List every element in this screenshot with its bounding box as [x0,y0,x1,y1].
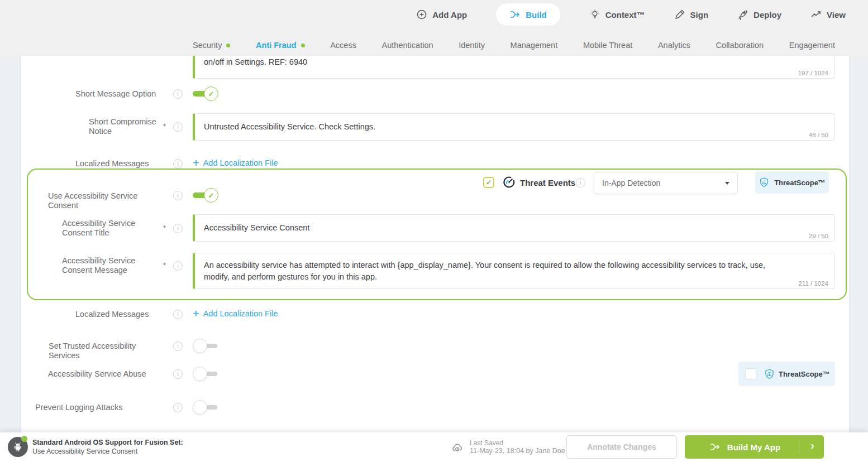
consent-title-label: Accessibility Service Consent Title [62,219,137,238]
trend-chart-icon [810,9,822,20]
top-navigation-bar: Add App Build Context™ Sign Deploy View [0,0,868,56]
use-consent-toggle[interactable]: ✓ [193,188,218,203]
tab-label: Anti Fraud [256,41,297,50]
service-abuse-toggle[interactable] [193,367,218,381]
tab-collaboration[interactable]: Collaboration [716,41,764,50]
info-glyph: i [177,91,178,97]
info-icon[interactable]: i [173,191,183,200]
field-value: Accessibility Service Consent [204,215,309,241]
info-icon[interactable]: i [173,369,183,379]
nav-build[interactable]: Build [496,3,560,26]
short-message-option-label: Short Message Option [75,89,173,99]
info-glyph: i [177,225,178,232]
info-icon[interactable]: i [173,159,183,169]
threat-events-gauge-icon [503,176,516,189]
nav-context[interactable]: Context™ [589,9,645,20]
info-icon[interactable]: i [173,310,183,319]
tab-analytics[interactable]: Analytics [658,41,690,50]
prevent-logging-toggle[interactable] [193,400,218,415]
tab-authentication[interactable]: Authentication [382,41,433,50]
category-tabs: Security Anti Fraud Access Authenticatio… [193,37,835,54]
cloud-save-history-icon [451,442,464,454]
toggle-bar [206,372,217,376]
toggle-knob [193,339,207,353]
green-status-dot [301,44,305,47]
prevent-logging-label: Prevent Logging Attacks [35,403,155,412]
threat-events-checkbox[interactable]: ✓ [483,177,494,188]
consent-title-input[interactable]: Accessibility Service Consent 29 / 50 [193,214,834,242]
tab-mobile-threat[interactable]: Mobile Threat [583,41,632,50]
green-status-dot [226,44,230,47]
last-saved-label: Last Saved [470,439,503,447]
primary-nav: Add App Build Context™ Sign Deploy View [416,0,846,29]
tab-identity[interactable]: Identity [459,41,485,50]
button-label: Build My App [727,442,780,452]
tab-anti-fraud[interactable]: Anti Fraud [256,41,305,50]
field-value: on/off in Settings. REF: 6940 [204,57,307,66]
chevron-down-icon [725,182,729,185]
tab-security[interactable]: Security [193,41,230,50]
info-glyph: i [177,311,178,317]
build-my-app-button[interactable]: Build My App › [685,435,824,459]
char-counter: 48 / 50 [809,132,828,138]
add-localization-file-link[interactable]: + Add Localization File [193,309,278,319]
nav-view[interactable]: View [810,9,846,20]
short-compromise-notice-label: Short Compromise Notice [89,117,159,136]
threatscope-checkbox[interactable] [745,368,756,379]
nav-add-app[interactable]: Add App [416,9,467,20]
info-icon[interactable]: i [576,178,585,187]
rocket-icon [737,9,748,20]
annotate-changes-button[interactable]: Annotate Changes [566,435,677,459]
tab-label: Mobile Threat [583,41,632,50]
info-glyph: i [580,180,581,186]
tab-access[interactable]: Access [330,41,356,50]
info-icon[interactable]: i [173,261,183,271]
toggle-check-icon: ✓ [204,188,218,203]
consent-message-textarea[interactable]: An accessibility service has attempted t… [193,253,834,289]
required-marker: * [163,224,166,232]
threatscope-button[interactable]: ThreatScope™ [755,171,829,194]
threat-events-mode-dropdown[interactable]: In-App Detection [594,172,738,194]
nav-sign[interactable]: Sign [674,9,709,20]
tab-label: Analytics [658,41,690,50]
short-message-option-toggle[interactable]: ✓ [193,86,218,101]
plus-icon: + [193,309,199,319]
char-counter: 29 / 50 [809,233,828,239]
nav-label: View [827,10,846,20]
build-merge-icon [509,9,521,20]
button-label: Annotate Changes [587,442,656,451]
toggle-knob [193,367,207,381]
appdome-build-screen: Add App Build Context™ Sign Deploy View [0,0,868,462]
info-icon[interactable]: i [173,403,183,412]
plus-icon: + [193,158,199,168]
info-icon[interactable]: i [173,224,183,233]
toggle-bar [206,405,217,410]
tab-management[interactable]: Management [511,41,558,50]
consent-message-label: Accessibility Service Consent Message [62,256,137,275]
nav-deploy[interactable]: Deploy [737,9,781,20]
add-localization-file-link[interactable]: + Add Localization File [193,158,278,168]
tab-engagement[interactable]: Engagement [789,41,835,50]
last-saved-value: 11-May-23, 18:04 by Jane Doe [470,447,565,455]
tab-label: Management [511,41,558,50]
info-icon[interactable]: i [173,122,183,132]
chevron-right-icon[interactable]: › [810,439,814,452]
info-glyph: i [177,124,178,130]
pen-icon [674,9,685,20]
set-trusted-services-toggle[interactable] [193,339,218,353]
tab-label: Authentication [382,41,433,50]
info-icon[interactable]: i [173,341,183,351]
tab-label: Access [330,41,356,50]
compromise-notice-message-field[interactable]: on/off in Settings. REF: 6940 197 / 1024 [193,56,834,79]
nav-label: Add App [432,10,467,20]
info-icon[interactable]: i [173,89,183,99]
set-trusted-services-label: Set Trusted Accessibility Services [49,341,169,360]
tab-label: Engagement [789,41,835,50]
required-marker: * [163,261,166,270]
short-compromise-notice-input[interactable]: Untrusted Accessibility Service. Check S… [193,113,834,141]
toggle-knob [193,400,207,415]
check-icon: ✓ [486,179,492,186]
threatscope-shield-icon [759,177,770,188]
link-label: Add Localization File [203,309,278,318]
nav-label: Build [526,10,547,20]
